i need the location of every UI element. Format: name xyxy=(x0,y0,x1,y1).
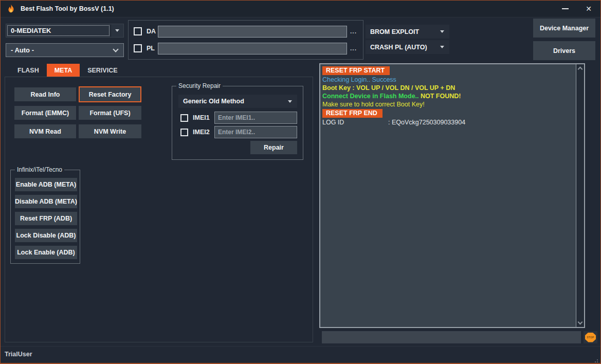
statusbar-divider xyxy=(1,346,600,347)
port-select[interactable]: - Auto - xyxy=(6,43,124,57)
imei1-row: IMEI1 xyxy=(172,112,297,124)
reset-factory-button[interactable]: Reset Factory xyxy=(79,86,141,102)
caret-down-icon xyxy=(440,46,444,48)
tab-strip: FLASH META SERIVICE xyxy=(10,64,125,77)
pl-row: PL ... xyxy=(129,42,363,54)
log-line-log-id: LOG ID: EQoVckg7250309033904 xyxy=(322,118,576,126)
imei2-row: IMEI2 xyxy=(172,126,297,138)
stop-button[interactable]: STOP xyxy=(584,331,597,343)
status-user-label: TrialUser xyxy=(5,351,32,358)
window-controls: ✕ xyxy=(553,1,600,17)
security-repair-title: Security Repair xyxy=(176,82,223,89)
reset-frp-adb-button[interactable]: Reset FRP (ADB) xyxy=(15,212,77,225)
da-checkbox[interactable] xyxy=(134,27,142,35)
exploit-select[interactable]: BROM EXPLOIT xyxy=(366,25,449,39)
format-ufs-button[interactable]: Format (UFS) xyxy=(79,106,141,120)
lock-enable-adb-button[interactable]: Lock Enable (ADB) xyxy=(15,246,77,259)
da-row: DA ... xyxy=(129,25,363,38)
imei1-label: IMEI1 xyxy=(193,114,214,121)
progress-bar xyxy=(322,331,581,343)
log-id-label: LOG ID xyxy=(322,118,388,126)
crash-mode-select[interactable]: CRASH PL (AUTO) xyxy=(366,40,449,54)
imei2-checkbox[interactable] xyxy=(180,129,188,136)
log-line-hold-boot-key: Make sure to hold correct Boot Key! xyxy=(322,100,576,108)
stop-icon: STOP xyxy=(585,333,596,342)
da-browse-button[interactable]: ... xyxy=(350,28,357,35)
title-bar: Best Flash Tool by BossV (1.1) ✕ xyxy=(1,1,600,17)
imei2-input[interactable] xyxy=(214,126,297,138)
da-pl-group: DA ... PL ... xyxy=(128,20,363,60)
disable-adb-meta-button[interactable]: Disable ADB (META) xyxy=(15,195,77,208)
minimize-button[interactable] xyxy=(553,1,577,17)
log-badge-reset-frp-end: RESET FRP END xyxy=(322,109,383,118)
log-output: RESET FRP START Checking Login.. Success… xyxy=(320,64,576,327)
log-not-found-text: NOT FOUND! xyxy=(421,93,461,100)
repair-button[interactable]: Repair xyxy=(250,141,297,154)
window-title: Best Flash Tool by BossV (1.1) xyxy=(21,5,114,12)
brand-select-arrow[interactable] xyxy=(111,24,123,37)
repair-method-select[interactable]: Generic Old Method xyxy=(178,95,297,108)
port-select-value: - Auto - xyxy=(6,46,114,54)
imei2-label: IMEI2 xyxy=(193,129,214,136)
minimize-icon xyxy=(562,8,569,9)
caret-down-icon xyxy=(288,100,292,103)
pl-browse-button[interactable]: ... xyxy=(350,45,357,52)
da-label: DA xyxy=(147,28,158,35)
meta-tab-page: Read Info Reset Factory Format (EMMC) Fo… xyxy=(5,77,313,342)
caret-down-icon xyxy=(440,30,444,33)
log-line-checking-login: Checking Login.. Success xyxy=(322,76,576,84)
imei1-input[interactable] xyxy=(214,112,297,124)
log-line-boot-key: Boot Key : VOL UP / VOL DN / VOL UP + DN xyxy=(322,84,576,92)
tab-serivice[interactable]: SERIVICE xyxy=(80,64,125,77)
pl-checkbox[interactable] xyxy=(134,44,142,52)
read-info-button[interactable]: Read Info xyxy=(14,87,76,101)
caret-down-icon xyxy=(115,29,119,32)
repair-method-value: Generic Old Method xyxy=(178,98,288,105)
brand-group-title: Infinix/iTel/Tecno xyxy=(15,166,64,173)
brand-select[interactable]: 0-MEDIATEK xyxy=(6,24,124,38)
log-connect-text: Connect Device in Flash Mode.. xyxy=(322,93,421,100)
flame-icon xyxy=(7,4,15,13)
lock-disable-adb-button[interactable]: Lock Disable (ADB) xyxy=(15,229,77,242)
scroll-down-icon[interactable] xyxy=(578,320,583,325)
log-badge-reset-frp-start: RESET FRP START xyxy=(322,66,390,75)
pl-label: PL xyxy=(147,45,158,52)
enable-adb-meta-button[interactable]: Enable ADB (META) xyxy=(15,178,77,191)
security-repair-group: Security Repair Generic Old Method IMEI1… xyxy=(172,86,303,160)
top-toolbar: 0-MEDIATEK - Auto - DA ... PL ... BROM E… xyxy=(1,17,600,62)
log-scrollbar[interactable] xyxy=(576,64,584,327)
infinix-itel-tecno-group: Infinix/iTel/Tecno Enable ADB (META) Dis… xyxy=(10,170,80,264)
pl-path-input[interactable] xyxy=(158,43,347,54)
chevron-down-icon xyxy=(113,46,118,52)
tab-meta[interactable]: META xyxy=(47,64,80,77)
exploit-select-value: BROM EXPLOIT xyxy=(366,28,440,35)
nvm-read-button[interactable]: NVM Read xyxy=(14,124,76,138)
nvm-write-button[interactable]: NVM Write xyxy=(79,124,141,138)
da-path-input[interactable] xyxy=(158,26,347,38)
brand-select-value: 0-MEDIATEK xyxy=(6,27,111,34)
close-button[interactable]: ✕ xyxy=(577,1,600,17)
log-line-connect-device: Connect Device in Flash Mode.. NOT FOUND… xyxy=(322,92,576,100)
resize-grip[interactable] xyxy=(597,359,598,360)
close-icon: ✕ xyxy=(586,5,592,13)
scroll-up-icon[interactable] xyxy=(578,67,583,72)
tab-flash[interactable]: FLASH xyxy=(10,64,47,77)
app-window: Best Flash Tool by BossV (1.1) ✕ 0-MEDIA… xyxy=(0,0,601,364)
format-emmc-button[interactable]: Format (EMMC) xyxy=(14,106,76,120)
log-panel: RESET FRP START Checking Login.. Success… xyxy=(319,63,585,328)
device-manager-button[interactable]: Device Manager xyxy=(533,19,595,38)
crash-mode-select-value: CRASH PL (AUTO) xyxy=(366,44,440,51)
imei1-checkbox[interactable] xyxy=(180,114,188,122)
log-id-value: : EQoVckg7250309033904 xyxy=(388,119,465,126)
drivers-button[interactable]: Drivers xyxy=(533,41,595,60)
